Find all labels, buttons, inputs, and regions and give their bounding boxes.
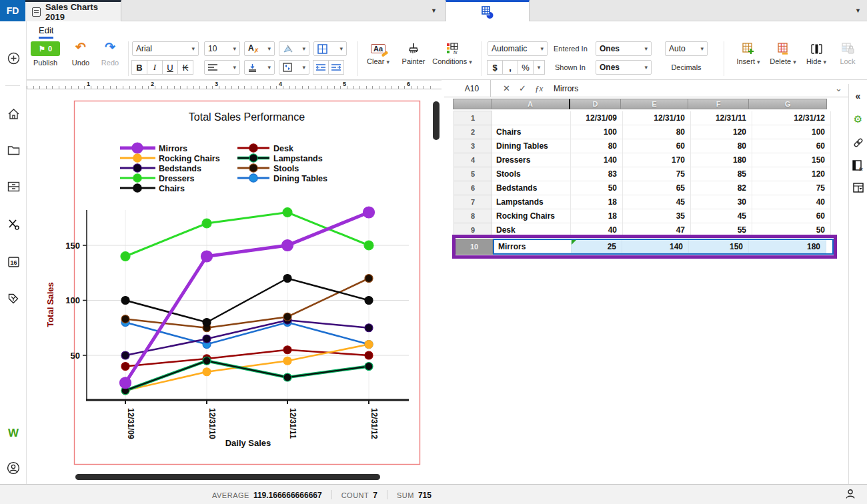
data-point[interactable]: [283, 357, 291, 365]
cell[interactable]: 150: [689, 240, 749, 253]
cell[interactable]: [492, 111, 571, 125]
data-point[interactable]: [282, 240, 293, 251]
data-point[interactable]: [201, 251, 213, 262]
row-header-7[interactable]: 7: [454, 195, 492, 209]
cell-reference-box[interactable]: A10: [454, 80, 491, 97]
cell[interactable]: 18: [571, 209, 623, 223]
underline-button[interactable]: U: [162, 60, 178, 75]
formula-input[interactable]: Mirrors: [554, 80, 578, 97]
row-header-8[interactable]: 8: [454, 209, 492, 223]
decimals-select[interactable]: Auto▾: [665, 41, 708, 56]
cell[interactable]: 180: [749, 240, 826, 253]
cell[interactable]: 60: [623, 139, 691, 153]
column-header-E[interactable]: E: [620, 99, 688, 109]
edit-menu[interactable]: Edit: [39, 25, 53, 39]
data-point[interactable]: [283, 208, 292, 217]
shown-in-select[interactable]: Ones▾: [596, 60, 652, 75]
cell[interactable]: 120: [691, 125, 752, 139]
cell[interactable]: Mirrors: [494, 240, 572, 253]
cell[interactable]: 75: [752, 181, 831, 195]
table-row[interactable]: 4Dressers140170180150: [454, 153, 831, 167]
data-point[interactable]: [365, 275, 373, 283]
cell[interactable]: 80: [623, 125, 691, 139]
cell[interactable]: Dressers: [492, 153, 571, 167]
data-point[interactable]: [365, 297, 373, 305]
cell[interactable]: 12/31/11: [691, 111, 752, 125]
data-point[interactable]: [120, 377, 131, 389]
cell[interactable]: 18: [571, 195, 623, 209]
cell[interactable]: 25: [572, 240, 622, 253]
cell[interactable]: 83: [571, 167, 623, 181]
column-header-A[interactable]: A: [491, 99, 570, 109]
indent-increase-button[interactable]: [328, 60, 344, 75]
undo-button[interactable]: ↶: [69, 41, 92, 53]
column-header-F[interactable]: F: [688, 99, 749, 109]
selected-range[interactable]: Mirrors25140150180: [493, 239, 834, 255]
painter-button[interactable]: Painter: [397, 40, 429, 65]
sidebar-item-tags[interactable]: [0, 293, 27, 307]
percent-button[interactable]: %: [518, 60, 534, 75]
table-row[interactable]: 8Rocking Chairs18354560: [454, 209, 831, 223]
account-button[interactable]: [0, 461, 27, 477]
data-point[interactable]: [365, 351, 373, 359]
clear-button[interactable]: Aa Clear ▾: [361, 40, 395, 65]
status-account-button[interactable]: [844, 488, 856, 503]
data-point[interactable]: [365, 324, 373, 332]
data-point[interactable]: [203, 335, 211, 343]
formula-bar-expand-icon[interactable]: ⌄: [835, 80, 842, 97]
cell[interactable]: 12/31/09: [571, 111, 623, 125]
cell[interactable]: 180: [691, 153, 752, 167]
font-color-button[interactable]: A✗▾: [244, 41, 275, 56]
doc-tab-dropdown-icon[interactable]: ▼: [431, 7, 437, 14]
data-point[interactable]: [121, 351, 129, 359]
row-header-3[interactable]: 3: [454, 139, 492, 153]
legend-label[interactable]: Desk: [273, 144, 293, 153]
font-size-select[interactable]: 10▾: [204, 41, 240, 56]
sidebar-item-home[interactable]: [0, 108, 27, 123]
font-family-select[interactable]: Arial▾: [132, 41, 199, 56]
cell[interactable]: 45: [623, 195, 691, 209]
data-point[interactable]: [365, 341, 373, 349]
named-ranges-button[interactable]: fx: [849, 160, 867, 174]
data-point[interactable]: [203, 319, 211, 327]
currency-button[interactable]: $: [487, 60, 503, 75]
cell[interactable]: 12/31/10: [623, 111, 691, 125]
column-header-G[interactable]: G: [748, 99, 827, 109]
fx-icon[interactable]: ƒx: [535, 80, 543, 97]
data-point[interactable]: [203, 368, 211, 376]
cell[interactable]: 140: [571, 153, 623, 167]
formula-accept-icon[interactable]: ✓: [519, 80, 526, 97]
legend-label[interactable]: Dressers: [159, 174, 195, 183]
table-row[interactable]: 112/31/0912/31/1012/31/1112/31/12: [454, 111, 831, 125]
app-logo[interactable]: FD: [0, 0, 25, 21]
cell[interactable]: 82: [691, 181, 752, 195]
cell[interactable]: 40: [752, 195, 831, 209]
conditions-button[interactable]: fx Conditions ▾: [430, 40, 474, 65]
cell[interactable]: Lampstands: [492, 195, 571, 209]
cell[interactable]: 120: [752, 167, 831, 181]
cell[interactable]: Dining Tables: [492, 139, 571, 153]
sidebar-item-files[interactable]: [0, 145, 27, 158]
legend-label[interactable]: Stools: [273, 164, 299, 173]
borders-button[interactable]: ▾: [313, 41, 347, 56]
add-button[interactable]: [0, 52, 27, 67]
data-point[interactable]: [365, 363, 373, 371]
formula-cancel-icon[interactable]: ✕: [503, 80, 510, 97]
data-point[interactable]: [283, 313, 291, 321]
table-row[interactable]: 5Stools837585120: [454, 167, 831, 181]
delete-button[interactable]: Delete ▾: [767, 40, 799, 65]
settings-gear-icon[interactable]: ⚙: [849, 113, 867, 125]
collapse-panel-button[interactable]: «: [849, 91, 867, 101]
data-point[interactable]: [121, 297, 129, 305]
comma-button[interactable]: ,: [502, 60, 518, 75]
cell[interactable]: 65: [623, 181, 691, 195]
link-button[interactable]: [849, 137, 867, 151]
align-button[interactable]: ▾: [204, 60, 240, 75]
cell[interactable]: 12/31/12: [752, 111, 831, 125]
fill-color-button[interactable]: ▾: [279, 41, 309, 56]
cell[interactable]: 35: [623, 209, 691, 223]
cell[interactable]: 80: [691, 139, 752, 153]
cell[interactable]: 45: [691, 209, 752, 223]
legend-label[interactable]: Bedstands: [159, 164, 201, 173]
table-view-button[interactable]: [849, 183, 867, 195]
